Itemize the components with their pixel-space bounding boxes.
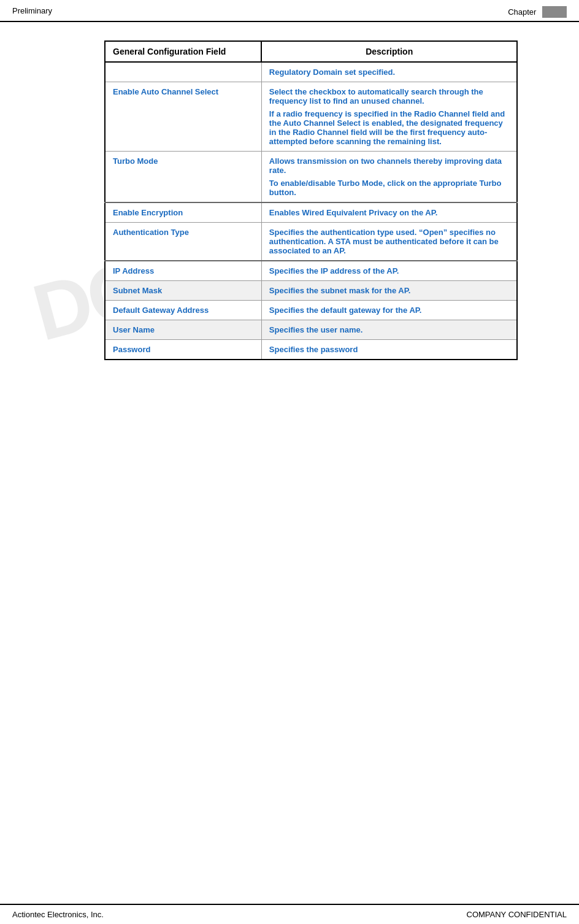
table-row: Enable Auto Channel SelectSelect the che… [105, 82, 517, 152]
description-text: Enables Wired Equivalent Privacy on the … [269, 208, 509, 217]
field-cell: Turbo Mode [105, 152, 261, 203]
field-label: IP Address [113, 266, 154, 275]
config-table: General Configuration Field Description … [104, 40, 518, 360]
field-label: Authentication Type [113, 228, 189, 237]
field-label: Subnet Mask [113, 286, 162, 295]
description-cell: Regulatory Domain set specified. [261, 62, 517, 82]
field-cell: Default Gateway Address [105, 301, 261, 320]
main-content: DO NOT General Configuration Field Descr… [0, 22, 579, 397]
description-cell: Specifies the user name. [261, 320, 517, 340]
description-cell: Select the checkbox to automatically sea… [261, 82, 517, 152]
page-header: Preliminary Chapter [0, 0, 579, 22]
field-label: User Name [113, 325, 155, 334]
description-text: Allows transmission on two channels ther… [269, 156, 509, 175]
page-footer: Actiontec Electronics, Inc. COMPANY CONF… [0, 904, 579, 924]
description-cell: Specifies the authentication type used. … [261, 223, 517, 261]
field-cell: Enable Auto Channel Select [105, 82, 261, 152]
description-text: Specifies the IP address of the AP. [269, 266, 509, 275]
table-row: IP AddressSpecifies the IP address of th… [105, 261, 517, 281]
col-field-header: General Configuration Field [105, 41, 261, 62]
description-cell: Enables Wired Equivalent Privacy on the … [261, 202, 517, 223]
table-row: Regulatory Domain set specified. [105, 62, 517, 82]
col-desc-header: Description [261, 41, 517, 62]
footer-right: COMPANY CONFIDENTIAL [467, 910, 567, 919]
table-row: Enable EncryptionEnables Wired Equivalen… [105, 202, 517, 223]
description-text: Specifies the subnet mask for the AP. [269, 286, 509, 295]
field-cell: User Name [105, 320, 261, 340]
table-row: PasswordSpecifies the password [105, 340, 517, 360]
description-text: Specifies the user name. [269, 325, 509, 334]
table-row: Default Gateway AddressSpecifies the def… [105, 301, 517, 320]
header-chapter: Chapter [508, 7, 536, 17]
description-cell: Allows transmission on two channels ther… [261, 152, 517, 203]
table-header-row: General Configuration Field Description [105, 41, 517, 62]
field-cell: Subnet Mask [105, 281, 261, 301]
field-label: Turbo Mode [113, 156, 158, 166]
field-label: Password [113, 345, 150, 354]
field-cell [105, 62, 261, 82]
description-text: If a radio frequency is specified in the… [269, 109, 509, 146]
table-row: User NameSpecifies the user name. [105, 320, 517, 340]
field-label: Enable Encryption [113, 208, 183, 217]
description-cell: Specifies the subnet mask for the AP. [261, 281, 517, 301]
field-cell: Authentication Type [105, 223, 261, 261]
table-row: Turbo ModeAllows transmission on two cha… [105, 152, 517, 203]
description-text: Select the checkbox to automatically sea… [269, 87, 509, 106]
description-text: Specifies the password [269, 345, 509, 354]
field-label: Default Gateway Address [113, 306, 209, 315]
description-cell: Specifies the default gateway for the AP… [261, 301, 517, 320]
description-text: Regulatory Domain set specified. [269, 67, 509, 77]
footer-left: Actiontec Electronics, Inc. [12, 910, 104, 919]
description-cell: Specifies the password [261, 340, 517, 360]
header-preliminary: Preliminary [12, 6, 52, 15]
chapter-tab [542, 6, 567, 18]
description-text: To enable/disable Turbo Mode, click on t… [269, 179, 509, 197]
table-row: Authentication TypeSpecifies the authent… [105, 223, 517, 261]
field-cell: IP Address [105, 261, 261, 281]
table-row: Subnet MaskSpecifies the subnet mask for… [105, 281, 517, 301]
description-text: Specifies the authentication type used. … [269, 228, 509, 255]
description-cell: Specifies the IP address of the AP. [261, 261, 517, 281]
field-label: Enable Auto Channel Select [113, 87, 218, 96]
field-cell: Password [105, 340, 261, 360]
field-cell: Enable Encryption [105, 202, 261, 223]
description-text: Specifies the default gateway for the AP… [269, 306, 509, 315]
